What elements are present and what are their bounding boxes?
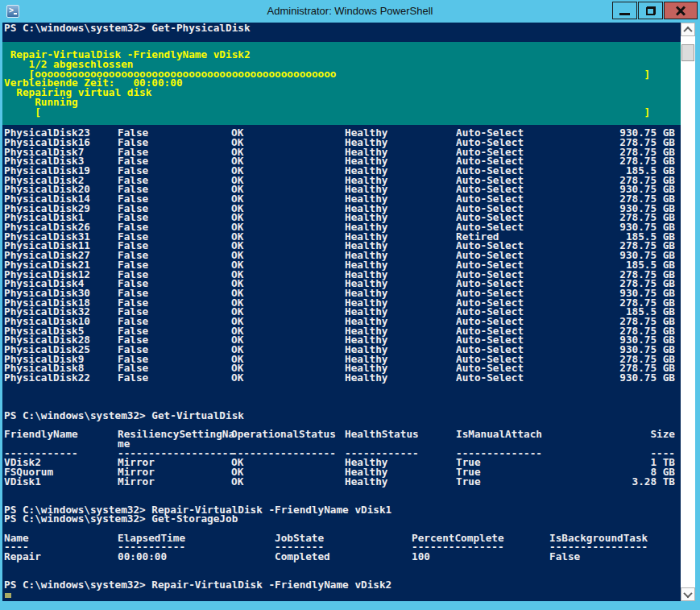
cell: FriendlyName [4, 429, 78, 439]
blank-line [4, 33, 681, 43]
cell: Mirror [118, 477, 155, 487]
blank-line [4, 383, 681, 392]
physicaldisk-row: PhysicalDisk12FalseOKHealthyAuto-Select2… [4, 270, 681, 280]
physicaldisk-row: PhysicalDisk30FalseOKHealthyAuto-Select9… [4, 288, 681, 298]
cell: VDisk1 [4, 477, 41, 487]
physicaldisk-row: PhysicalDisk19FalseOKHealthyAuto-Select1… [4, 166, 681, 176]
restore-icon [646, 6, 656, 15]
text-cursor [5, 593, 11, 598]
blank-line [4, 562, 681, 571]
cell: 100 [412, 552, 430, 562]
cell: HealthStatus [345, 429, 419, 439]
minimize-icon [619, 13, 630, 15]
cell: Repair [4, 552, 41, 562]
virtualdisk-header-wrap: me [4, 439, 681, 449]
chevron-up-icon [683, 26, 692, 35]
cell: True [456, 477, 481, 487]
window-title: Administrator: Windows PowerShell [0, 0, 700, 23]
cell: ResiliencySettingNa [118, 429, 234, 439]
physicaldisk-row: PhysicalDisk29FalseOKHealthyAuto-Select9… [4, 204, 681, 214]
window-controls [611, 2, 698, 19]
cell: OK [231, 477, 243, 487]
virtualdisk-header: FriendlyNameResiliencySettingNaOperation… [4, 429, 681, 439]
cell: False [549, 552, 580, 562]
virtualdisk-row: VDisk1MirrorOKHealthyTrue3.28 TB [4, 477, 681, 487]
console-output[interactable]: PS C:\windows\system32> Get-PhysicalDisk… [2, 23, 681, 601]
physicaldisk-row: PhysicalDisk22FalseOKHealthyAuto-Select9… [4, 373, 681, 383]
physicaldisk-row: PhysicalDisk3FalseOKHealthyAuto-Select27… [4, 156, 681, 166]
blank-line [4, 392, 681, 401]
progress-child-activity: Repairing virtual disk [4, 88, 681, 98]
virtualdisk-row: FSQuorumMirrorOKHealthyTrue8 GB [4, 467, 681, 477]
physicaldisk-row: PhysicalDisk16FalseOKHealthyAuto-Select2… [4, 138, 681, 147]
physicaldisk-row: PhysicalDisk14FalseOKHealthyAuto-Select2… [4, 194, 681, 204]
prompt-get-storagejob: PS C:\windows\system32> Get-StorageJob [4, 514, 681, 524]
physicaldisk-row: PhysicalDisk27FalseOKHealthyAuto-Select9… [4, 251, 681, 260]
blank-line [4, 486, 681, 496]
physicaldisk-row: PhysicalDisk1FalseOKHealthyAuto-Select27… [4, 213, 681, 222]
physicaldisk-row: PhysicalDisk31FalseOKHealthyRetired185.5… [4, 232, 681, 242]
physicaldisk-row: PhysicalDisk2FalseOKHealthyAuto-Select27… [4, 176, 681, 185]
cursor-line [4, 590, 681, 600]
cell: Completed [275, 552, 330, 562]
cell: OperationalStatus [231, 429, 336, 439]
scrollbar-thumb[interactable] [681, 44, 694, 61]
size-cell: Size [650, 429, 675, 439]
prompt-repair-vdisk2: PS C:\windows\system32> Repair-VirtualDi… [4, 580, 681, 590]
restore-button[interactable] [638, 2, 663, 19]
progress-banner: Repair-VirtualDisk -FriendlyName vDisk2 … [2, 42, 681, 125]
close-button[interactable] [664, 2, 698, 19]
chevron-down-icon [683, 588, 692, 597]
cell: False [118, 373, 148, 383]
physicaldisk-row: PhysicalDisk25FalseOKHealthyAuto-Select9… [4, 345, 681, 355]
blank-line [4, 421, 681, 430]
physicaldisk-row: PhysicalDisk23FalseOKHealthyAuto-Select9… [4, 128, 681, 138]
scrollbar[interactable] [681, 23, 695, 601]
physicaldisk-row: PhysicalDisk10FalseOKHealthyAuto-Select2… [4, 317, 681, 326]
size-cell: 3.28 TB [632, 477, 675, 487]
prompt-get-virtualdisk: PS C:\windows\system32> Get-VirtualDisk [4, 411, 681, 421]
physicaldisk-row: PhysicalDisk32FalseOKHealthyAuto-Select1… [4, 307, 681, 317]
physicaldisk-row: PhysicalDisk9FalseOKHealthyAuto-Select27… [4, 355, 681, 364]
minimize-button[interactable] [612, 2, 637, 19]
physicaldisk-row: PhysicalDisk4FalseOKHealthyAuto-Select27… [4, 279, 681, 288]
physicaldisk-row: PhysicalDisk7FalseOKHealthyAuto-Select27… [4, 147, 681, 157]
prompt-get-physicaldisk: PS C:\windows\system32> Get-PhysicalDisk [4, 23, 681, 33]
cell: OK [231, 373, 243, 383]
storagejob-row: Repair00:00:00Completed100False [4, 552, 681, 562]
cell: Auto-Select [456, 373, 524, 383]
scroll-up-button[interactable] [681, 23, 695, 36]
physicaldisk-row: PhysicalDisk26FalseOKHealthyAuto-Select9… [4, 222, 681, 232]
physicaldisk-row: PhysicalDisk20FalseOKHealthyAuto-Select9… [4, 185, 681, 194]
cell: IsManualAttach [456, 429, 542, 439]
physicaldisk-row: PhysicalDisk18FalseOKHealthyAuto-Select2… [4, 298, 681, 308]
virtualdisk-row: VDisk2MirrorOKHealthyTrue1 TB [4, 458, 681, 467]
physicaldisk-row: PhysicalDisk8FalseOKHealthyAuto-Select27… [4, 363, 681, 373]
powershell-window: Administrator: Windows PowerShell PS C:\… [0, 0, 700, 610]
cell: ----------------- [231, 449, 336, 459]
cell: 00:00:00 [118, 552, 167, 562]
physicaldisk-row: PhysicalDisk28FalseOKHealthyAuto-Select9… [4, 335, 681, 345]
close-icon [675, 5, 686, 16]
cell: Healthy [345, 477, 387, 487]
virtualdisk-dashes: ----------------------------------------… [4, 449, 681, 459]
cell: Healthy [345, 373, 387, 383]
progress-child-bar: [ ] [4, 107, 681, 117]
scroll-down-button[interactable] [681, 587, 695, 601]
titlebar[interactable]: Administrator: Windows PowerShell [0, 0, 700, 23]
size-cell: 930.75 GB [619, 373, 675, 383]
physicaldisk-row: PhysicalDisk5FalseOKHealthyAuto-Select27… [4, 326, 681, 336]
cell: PhysicalDisk22 [4, 373, 90, 383]
physicaldisk-row: PhysicalDisk11FalseOKHealthyAuto-Select2… [4, 241, 681, 251]
physicaldisk-row: PhysicalDisk21FalseOKHealthyAuto-Select1… [4, 260, 681, 270]
